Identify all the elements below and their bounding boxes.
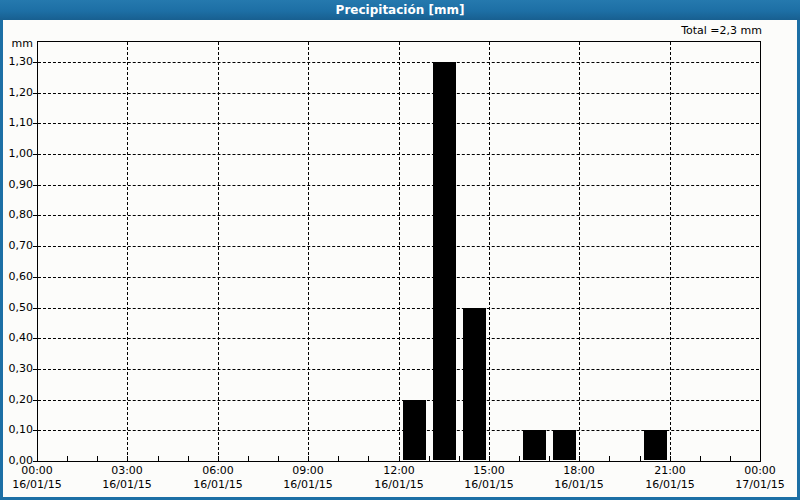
- x-tick-time-label: 09:00: [278, 464, 338, 477]
- x-axis-tick: [670, 456, 671, 461]
- y-axis-tick: [33, 123, 37, 124]
- y-tick-label: 0,50: [0, 301, 33, 314]
- y-axis-tick: [33, 430, 37, 431]
- x-tick-date-label: 16/01/15: [7, 478, 67, 491]
- x-axis-tick: [609, 456, 610, 461]
- x-tick-date-label: 17/01/15: [730, 478, 790, 491]
- y-tick-label: 1,10: [0, 116, 33, 129]
- x-axis-tick: [429, 456, 430, 461]
- x-tick-time-label: 18:00: [549, 464, 609, 477]
- y-tick-label: 0,20: [0, 393, 33, 406]
- y-axis-tick: [33, 277, 37, 278]
- gridline-vertical: [127, 42, 128, 460]
- gridline-vertical: [399, 42, 400, 460]
- x-axis-tick: [700, 456, 701, 461]
- y-tick-label: 1,30: [0, 55, 33, 68]
- gridline-vertical: [308, 42, 309, 460]
- y-tick-label: 0,80: [0, 208, 33, 221]
- x-tick-time-label: 06:00: [188, 464, 248, 477]
- x-axis-tick: [278, 456, 279, 461]
- y-axis-tick: [33, 185, 37, 186]
- y-axis-tick: [33, 246, 37, 247]
- x-tick-time-label: 00:00: [7, 464, 67, 477]
- y-tick-label: 1,00: [0, 147, 33, 160]
- gridline-vertical: [670, 42, 671, 460]
- y-axis-tick: [33, 369, 37, 370]
- y-axis-tick: [33, 461, 37, 462]
- x-axis-tick: [248, 456, 249, 461]
- x-axis-tick: [368, 456, 369, 461]
- x-axis-tick: [640, 456, 641, 461]
- gridline-vertical: [218, 42, 219, 460]
- y-axis-tick: [33, 93, 37, 94]
- x-tick-date-label: 16/01/15: [278, 478, 338, 491]
- gridline-vertical: [489, 42, 490, 460]
- x-tick-date-label: 16/01/15: [369, 478, 429, 491]
- precipitation-bar: [644, 430, 667, 460]
- precipitation-bar: [553, 430, 576, 460]
- x-tick-time-label: 00:00: [730, 464, 790, 477]
- y-tick-label: 0,40: [0, 331, 33, 344]
- x-axis-tick: [127, 456, 128, 461]
- x-axis-tick: [519, 456, 520, 461]
- y-tick-label: 0,60: [0, 270, 33, 283]
- gridline-vertical: [579, 42, 580, 460]
- y-axis-tick: [33, 308, 37, 309]
- total-label: Total =2,3 mm: [562, 24, 762, 37]
- precipitation-bar: [403, 400, 426, 460]
- x-axis-tick: [188, 456, 189, 461]
- x-axis-tick: [308, 456, 309, 461]
- y-axis-unit-label: mm: [0, 37, 33, 50]
- x-tick-date-label: 16/01/15: [640, 478, 700, 491]
- x-axis-tick: [549, 456, 550, 461]
- x-axis-tick: [579, 456, 580, 461]
- x-tick-date-label: 16/01/15: [188, 478, 248, 491]
- x-axis-tick: [67, 456, 68, 461]
- x-tick-time-label: 21:00: [640, 464, 700, 477]
- x-tick-time-label: 15:00: [459, 464, 519, 477]
- x-axis-tick: [459, 456, 460, 461]
- precipitation-bar-chart: Total =2,3 mm mm 0,000,100,200,300,400,5…: [0, 0, 800, 500]
- y-axis-tick: [33, 154, 37, 155]
- y-tick-label: 0,70: [0, 239, 33, 252]
- y-axis-tick: [33, 62, 37, 63]
- x-axis-tick: [338, 456, 339, 461]
- precipitation-bar: [433, 62, 456, 460]
- y-tick-label: 0,10: [0, 423, 33, 436]
- x-axis-tick: [218, 456, 219, 461]
- x-axis-tick: [158, 456, 159, 461]
- y-tick-label: 1,20: [0, 86, 33, 99]
- y-tick-label: 0,90: [0, 178, 33, 191]
- y-tick-label: 0,30: [0, 362, 33, 375]
- x-tick-date-label: 16/01/15: [97, 478, 157, 491]
- x-tick-date-label: 16/01/15: [549, 478, 609, 491]
- x-axis-tick: [97, 456, 98, 461]
- x-tick-date-label: 16/01/15: [459, 478, 519, 491]
- x-tick-time-label: 12:00: [369, 464, 429, 477]
- x-axis-tick: [489, 456, 490, 461]
- x-axis-tick: [399, 456, 400, 461]
- precipitation-bar: [523, 430, 546, 460]
- y-axis-tick: [33, 215, 37, 216]
- x-axis-tick: [730, 456, 731, 461]
- chart-window: Precipitación [mm] Total =2,3 mm mm 0,00…: [0, 0, 800, 500]
- x-tick-time-label: 03:00: [97, 464, 157, 477]
- precipitation-bar: [463, 308, 486, 460]
- y-axis-tick: [33, 400, 37, 401]
- y-axis-tick: [33, 338, 37, 339]
